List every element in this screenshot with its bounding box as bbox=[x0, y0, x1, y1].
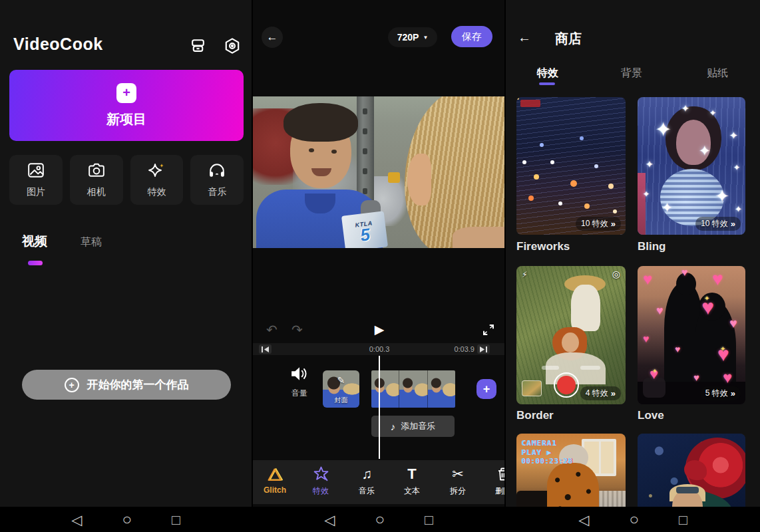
boy-hair bbox=[284, 103, 358, 142]
save-button[interactable]: 保存 bbox=[451, 26, 492, 47]
page-title: 商店 bbox=[555, 30, 582, 48]
heart-icon: ♥ bbox=[675, 344, 680, 354]
nav-recents-icon[interactable]: □ bbox=[425, 513, 433, 527]
vhs-timecode: 00:00:23:28 bbox=[522, 458, 573, 465]
sparkle-icon bbox=[147, 162, 166, 181]
volume-button[interactable]: 音量 bbox=[285, 366, 314, 399]
quick-action-camera[interactable]: 相机 bbox=[70, 155, 123, 205]
heart-icon: ♥ bbox=[723, 370, 732, 386]
nav-home-icon[interactable]: ○ bbox=[629, 511, 639, 527]
sparkle-icon: ✦ bbox=[720, 346, 725, 352]
transport-controls: ↶ ↷ ▶ bbox=[253, 318, 506, 342]
heart-icon: ♥ bbox=[712, 270, 723, 289]
chevrons-icon: » bbox=[611, 388, 616, 398]
heart-icon: ♥ bbox=[643, 271, 652, 287]
back-icon: ← bbox=[267, 31, 278, 44]
heart-icon: ♥ bbox=[693, 372, 699, 382]
tool-music[interactable]: ♫ 音乐 bbox=[351, 466, 383, 497]
android-navbar: ◁ ○ □ bbox=[253, 507, 504, 532]
boy-eye bbox=[331, 150, 337, 154]
sparkle-icon: ✦ bbox=[652, 368, 658, 374]
sparkle-icon: ✦ bbox=[715, 188, 729, 205]
mic-flag: KTLA 5 bbox=[341, 211, 388, 248]
record-button bbox=[554, 372, 579, 398]
nav-home-icon[interactable]: ○ bbox=[122, 511, 132, 527]
sparkle-icon: ✦ bbox=[704, 295, 709, 302]
cover-thumbnail[interactable]: ✎ 封面 bbox=[323, 370, 359, 408]
heart-icon: ♥ bbox=[643, 334, 650, 344]
circle-plus-icon: + bbox=[65, 378, 79, 392]
heart-icon: ♥ bbox=[729, 317, 737, 330]
skip-to-end-button[interactable] bbox=[477, 344, 490, 354]
star-wand-icon bbox=[313, 466, 329, 483]
reporter-shoulder bbox=[453, 227, 506, 248]
nav-recents-icon[interactable]: □ bbox=[172, 513, 180, 527]
nav-back-icon[interactable]: ◁ bbox=[324, 513, 335, 527]
card-title: Love bbox=[638, 409, 664, 422]
tool-effects[interactable]: 特效 bbox=[305, 466, 337, 497]
quick-action-effects[interactable]: 特效 bbox=[130, 155, 184, 205]
start-first-project-button[interactable]: + 开始你的第一个作品 bbox=[22, 370, 231, 400]
video-preview[interactable]: KTLA 5 bbox=[253, 96, 506, 248]
card-title: Bling bbox=[638, 240, 666, 253]
resolution-dropdown[interactable]: 720P ▼ bbox=[388, 27, 437, 47]
border-art: ⚡ ◎ bbox=[516, 266, 626, 404]
edit-pencil-icon: ✎ bbox=[323, 375, 359, 386]
effect-card-bling[interactable]: ✦ ✦ ✦ ✦ ✦ ✦ ✦ ✦ ✦ ✦ ✦ 10 特效 » bbox=[638, 97, 745, 235]
effect-card-fireworks[interactable]: 10 特效 » bbox=[516, 97, 626, 235]
play-button[interactable]: ▶ bbox=[253, 321, 506, 339]
quick-action-label: 特效 bbox=[147, 186, 166, 198]
add-clip-button[interactable]: + bbox=[476, 379, 496, 399]
tab-stickers[interactable]: 贴纸 bbox=[707, 66, 728, 80]
speaker-icon bbox=[290, 366, 309, 382]
tool-split[interactable]: ✂ 拆分 bbox=[442, 466, 474, 497]
back-icon[interactable]: ← bbox=[518, 30, 531, 45]
tool-text[interactable]: T 文本 bbox=[396, 466, 428, 497]
plus-icon: + bbox=[116, 83, 136, 103]
nav-back-icon[interactable]: ◁ bbox=[578, 513, 589, 527]
glitch-triangle-icon bbox=[267, 466, 284, 483]
quick-action-pictures[interactable]: 图片 bbox=[9, 155, 63, 205]
new-project-button[interactable]: + 新项目 bbox=[9, 70, 244, 141]
tool-glitch[interactable]: Glitch bbox=[259, 466, 291, 495]
nav-recents-icon[interactable]: □ bbox=[679, 513, 687, 527]
video-clip[interactable] bbox=[371, 370, 455, 408]
active-tab-indicator bbox=[28, 261, 43, 265]
headphones-icon bbox=[208, 162, 226, 181]
gallery-thumb bbox=[522, 380, 542, 396]
tool-delete[interactable]: 删除 bbox=[487, 466, 506, 497]
sparkle-icon: ✦ bbox=[735, 205, 742, 213]
quick-action-music[interactable]: 音乐 bbox=[190, 155, 244, 205]
picture-icon bbox=[27, 162, 45, 181]
android-navbar: ◁ ○ □ bbox=[506, 507, 760, 532]
focus-icon: ◎ bbox=[612, 269, 620, 279]
music-note-icon: ♪ bbox=[391, 421, 396, 432]
store-screen: ← 商店 特效 背景 贴纸 10 特效 » Fireworks ✦ ✦ bbox=[506, 0, 760, 532]
nav-home-icon[interactable]: ○ bbox=[375, 511, 385, 527]
effect-count-badge: 4 特效 » bbox=[580, 386, 621, 400]
editor-toolbar: Glitch 特效 ♫ 音乐 T 文本 ✂ bbox=[253, 460, 506, 504]
chevron-down-icon: ▼ bbox=[423, 35, 428, 41]
fullscreen-icon[interactable] bbox=[482, 323, 495, 341]
chevrons-icon: » bbox=[611, 219, 616, 229]
effect-card-border[interactable]: ⚡ ◎ 4 特效 » bbox=[516, 266, 626, 404]
back-button[interactable]: ← bbox=[262, 27, 283, 48]
card-title: Fireworks bbox=[516, 240, 570, 253]
tab-videos[interactable]: 视频 bbox=[22, 233, 47, 250]
app-logo: VideoCook bbox=[13, 35, 103, 54]
playhead[interactable] bbox=[379, 356, 380, 459]
scissors-icon: ✂ bbox=[452, 466, 464, 483]
store-icon[interactable] bbox=[190, 37, 206, 55]
fireworks-art bbox=[516, 97, 626, 235]
nav-back-icon[interactable]: ◁ bbox=[71, 513, 82, 527]
effect-count-badge: 5 特效 » bbox=[700, 386, 741, 400]
tab-backgrounds[interactable]: 背景 bbox=[621, 66, 642, 80]
tab-effects[interactable]: 特效 bbox=[537, 66, 558, 80]
settings-icon[interactable] bbox=[224, 37, 241, 55]
tab-drafts[interactable]: 草稿 bbox=[81, 235, 102, 249]
effect-card-love[interactable]: ♥ ♥ ♥ ♥ ♥ ♥ ♥ ♥ ♥ ♥ ♥ ♥ ✦ ✦ ✦ 5 特效 » bbox=[638, 266, 745, 404]
editor-screen: ← 720P ▼ 保存 bbox=[253, 0, 506, 532]
sparkle-icon: ✦ bbox=[646, 160, 654, 169]
reporter-face bbox=[407, 154, 431, 205]
add-music-button[interactable]: ♪ 添加音乐 bbox=[371, 416, 455, 437]
